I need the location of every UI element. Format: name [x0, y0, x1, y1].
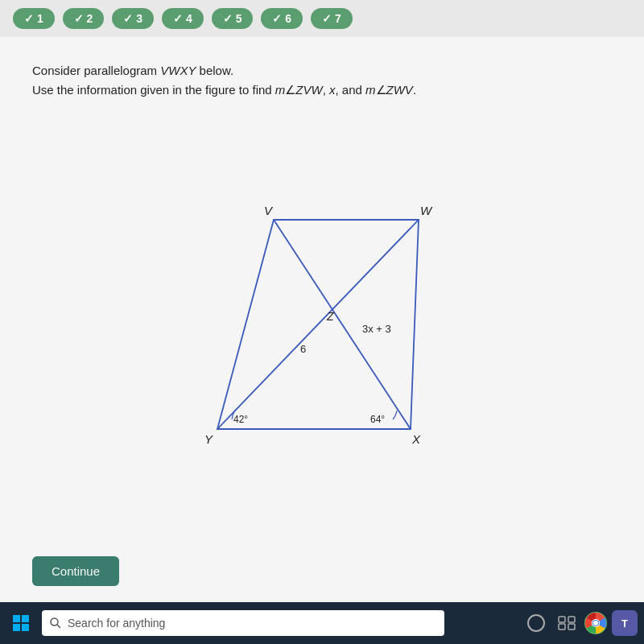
- label-Y: Y: [204, 432, 213, 446]
- continue-button[interactable]: Continue: [32, 556, 119, 586]
- svg-rect-13: [568, 624, 575, 630]
- problem-text: Consider parallelogram VWXY below. Use t…: [32, 61, 612, 100]
- problem-line2: Use the information given in the figure …: [32, 80, 612, 100]
- angle-X: 64°: [370, 414, 385, 425]
- tab-5[interactable]: ✓ 5: [212, 8, 254, 29]
- expr-3x3: 3x + 3: [362, 323, 391, 335]
- search-placeholder: Search for anything: [68, 617, 165, 630]
- svg-rect-4: [22, 615, 29, 622]
- svg-rect-11: [568, 617, 575, 622]
- label-V: V: [264, 204, 274, 217]
- tabs-bar: ✓ 1 ✓ 2 ✓ 3 ✓ 4 ✓ 5 ✓ 6 ✓ 7: [0, 0, 644, 37]
- svg-rect-5: [13, 624, 20, 631]
- teams-icon[interactable]: T: [612, 610, 638, 636]
- taskbar: Search for anything: [0, 602, 644, 644]
- label-Z: Z: [326, 310, 334, 323]
- label-W: W: [420, 204, 433, 217]
- taskbar-icons: T: [523, 610, 638, 636]
- cortana-icon[interactable]: [523, 610, 549, 636]
- svg-rect-12: [559, 624, 565, 630]
- tab-2[interactable]: ✓ 2: [63, 8, 105, 29]
- chrome-icon[interactable]: [584, 612, 607, 634]
- diagram-container: V W X Y Z 3x + 3 6 42°: [32, 116, 612, 548]
- tab-4[interactable]: ✓ 4: [162, 8, 204, 29]
- taskbar-search[interactable]: Search for anything: [42, 610, 444, 636]
- windows-icon[interactable]: [6, 609, 35, 638]
- search-icon: [50, 617, 61, 629]
- parallelogram-diagram: V W X Y Z 3x + 3 6 42°: [169, 196, 475, 469]
- main-content: Consider parallelogram VWXY below. Use t…: [0, 37, 644, 602]
- svg-point-7: [51, 618, 58, 625]
- svg-rect-10: [559, 617, 565, 622]
- svg-rect-3: [13, 615, 20, 622]
- svg-rect-6: [22, 624, 29, 631]
- angle-Y: 42°: [233, 414, 248, 425]
- val-6: 6: [300, 343, 306, 355]
- svg-point-9: [528, 615, 544, 631]
- task-view-icon[interactable]: [554, 610, 580, 636]
- tab-3[interactable]: ✓ 3: [112, 8, 154, 29]
- svg-line-8: [57, 625, 60, 628]
- svg-point-18: [593, 621, 598, 625]
- label-X: X: [411, 432, 421, 446]
- tab-7[interactable]: ✓ 7: [311, 8, 353, 29]
- tab-1[interactable]: ✓ 1: [13, 8, 55, 29]
- problem-line1: Consider parallelogram VWXY below.: [32, 61, 612, 80]
- tab-6[interactable]: ✓ 6: [261, 8, 303, 29]
